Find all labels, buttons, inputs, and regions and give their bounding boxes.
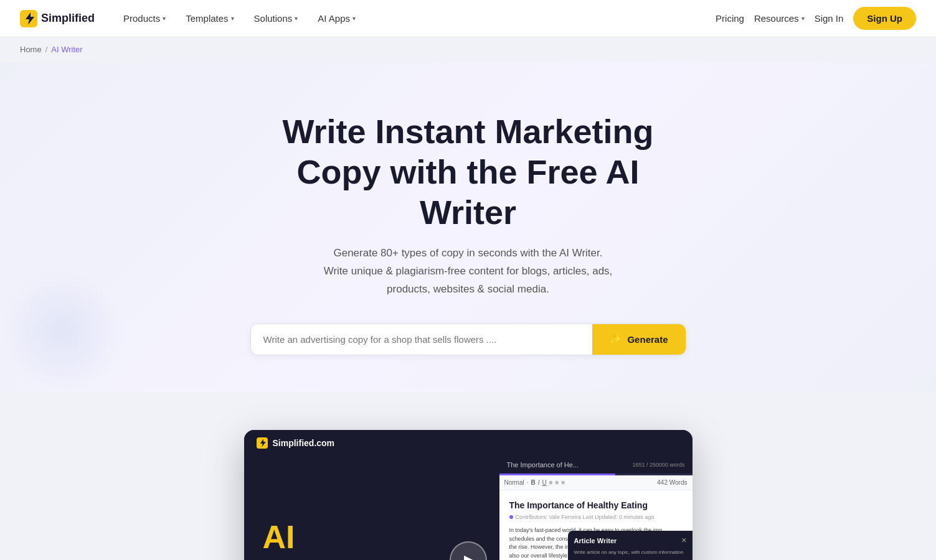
doc-toolbar: Normal · B I U ≡ ≡ ≡ 442 Words xyxy=(499,475,693,490)
breadcrumb-current: AI Writer xyxy=(51,45,82,54)
nav-pricing[interactable]: Pricing xyxy=(716,13,744,24)
search-input[interactable] xyxy=(251,324,593,355)
signup-button[interactable]: Sign Up xyxy=(853,7,916,30)
ai-panel-close-icon[interactable]: ✕ xyxy=(681,537,686,544)
video-logo-text: Simplified.com xyxy=(273,438,335,448)
logo-text: Simplified xyxy=(41,12,95,25)
chevron-down-icon: ▾ xyxy=(163,15,166,22)
hero-section: Write Instant Marketing Copy with the Fr… xyxy=(0,62,936,393)
breadcrumb-home[interactable]: Home xyxy=(20,45,42,54)
search-bar: ✨ Generate xyxy=(250,324,686,355)
signin-button[interactable]: Sign In xyxy=(815,13,844,24)
video-logo-icon xyxy=(257,437,268,449)
nav-item-templates[interactable]: Templates ▾ xyxy=(177,8,242,29)
nav-item-solutions[interactable]: Solutions ▾ xyxy=(245,8,307,29)
doc-meta: Contributors: Vale Ferreira Last Updated… xyxy=(509,514,683,520)
hero-title: Write Instant Marketing Copy with the Fr… xyxy=(244,111,693,232)
chevron-down-icon: ▾ xyxy=(352,15,356,22)
nav-item-products[interactable]: Products ▾ xyxy=(115,8,174,29)
video-top-bar: Simplified.com xyxy=(244,430,693,456)
chevron-down-icon: ▾ xyxy=(295,15,298,22)
doc-header: The Importance of He... 1651 / 250000 wo… xyxy=(499,456,693,474)
chevron-down-icon: ▾ xyxy=(231,15,234,22)
doc-meta-dot xyxy=(509,515,513,519)
hero-subtitle: Generate 80+ types of copy in seconds wi… xyxy=(281,245,655,299)
ai-panel-subtitle: Write article on any topic, with custom … xyxy=(574,549,686,555)
doc-progress-fill xyxy=(499,474,615,475)
generate-button[interactable]: ✨ Generate xyxy=(592,324,685,355)
play-button[interactable]: ▶ xyxy=(450,541,487,560)
nav-right: Pricing Resources ▾ Sign In Sign Up xyxy=(716,7,916,30)
play-button-wrapper: ▶ xyxy=(450,541,487,560)
nav-resources[interactable]: Resources ▾ xyxy=(754,13,805,24)
doc-title: The Importance of Healthy Eating xyxy=(509,500,683,510)
logo-link[interactable]: Simplified xyxy=(20,10,95,27)
logo-icon xyxy=(20,10,37,27)
ai-panel: Article Writer ✕ Write article on any to… xyxy=(568,531,693,560)
nav-item-ai-apps[interactable]: AI Apps ▾ xyxy=(309,8,364,29)
breadcrumb: Home / AI Writer xyxy=(0,37,936,62)
breadcrumb-separator: / xyxy=(45,45,48,54)
nav-links: Products ▾ Templates ▾ Solutions ▾ AI Ap… xyxy=(115,8,716,29)
play-icon: ▶ xyxy=(464,552,475,560)
doc-progress-bar xyxy=(499,474,693,475)
video-section: Simplified.com AI Writing Generator The … xyxy=(0,393,936,560)
video-container: Simplified.com AI Writing Generator The … xyxy=(244,430,693,560)
video-ai-text: AI xyxy=(263,520,481,555)
ai-panel-title: Article Writer ✕ xyxy=(574,537,686,544)
magic-icon: ✨ xyxy=(610,334,622,345)
word-count: 1651 / 250000 words xyxy=(632,462,684,468)
chevron-down-icon: ▾ xyxy=(801,15,805,22)
video-writing-text: Writing xyxy=(263,558,481,560)
doc-header-title: The Importance of He... xyxy=(507,461,579,469)
navbar: Simplified Products ▾ Templates ▾ Soluti… xyxy=(0,0,936,37)
